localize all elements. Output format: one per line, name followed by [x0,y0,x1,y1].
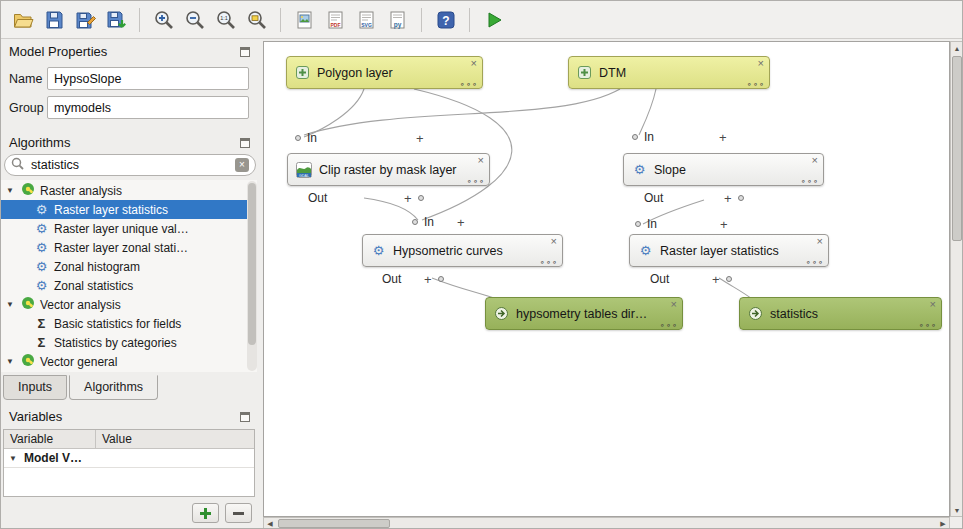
open-model-button[interactable] [7,5,38,35]
export-as-svg-button[interactable]: SVG [351,5,382,35]
zoom-out-button[interactable] [179,5,210,35]
node-output-statistics[interactable]: statistics × ∘∘∘ [739,297,942,330]
edit-comment-icon[interactable]: ∘∘∘ [747,79,765,89]
tree-item-raster-layer-statistics[interactable]: ⚙ Raster layer statistics [1,200,247,219]
clip-in-add[interactable]: + [416,131,424,145]
zoom-full-button[interactable] [241,5,272,35]
tab-inputs[interactable]: Inputs [3,375,67,400]
float-panel-button[interactable] [240,412,250,422]
search-input[interactable] [29,157,230,173]
slope-in-port[interactable]: In [632,130,654,144]
tree-item-basic-statistics-for-fields[interactable]: Σ Basic statistics for fields [1,314,247,333]
model-variables-row[interactable]: ▼ Model V… [4,449,254,468]
run-model-button[interactable] [478,5,509,35]
tree-scrollbar-thumb[interactable] [248,183,256,345]
tree-item-statistics-by-categories[interactable]: Σ Statistics by categories [1,333,247,352]
tree-item-raster-layer-unique-values[interactable]: ⚙ Raster layer unique val… [1,219,247,238]
float-panel-button[interactable] [240,138,250,148]
delete-component-icon[interactable]: × [671,298,677,310]
edit-comment-icon[interactable]: ∘∘∘ [460,79,478,89]
vertical-scrollbar-thumb[interactable] [952,56,962,241]
collapse-arrow-icon[interactable]: ▼ [6,300,16,309]
save-model-button[interactable] [38,5,69,35]
delete-component-icon[interactable]: × [478,154,484,166]
tree-scrollbar[interactable] [247,181,257,371]
rls-out-port[interactable]: Out [650,272,669,286]
scroll-left-icon[interactable]: ◀ [264,518,276,529]
delete-component-icon[interactable]: × [471,57,477,69]
clear-search-icon[interactable]: × [235,158,249,172]
export-as-python-button[interactable]: py [382,5,413,35]
hypso-in-add[interactable]: + [457,215,465,229]
export-as-image-button[interactable] [289,5,320,35]
scroll-right-icon[interactable]: ▶ [937,518,949,529]
scroll-up-icon[interactable]: ▲ [951,42,963,54]
model-group-input[interactable] [47,96,249,119]
zoom-in-button[interactable] [148,5,179,35]
hypso-out-port[interactable]: Out [382,272,401,286]
node-raster-layer-statistics[interactable]: ⚙ Raster layer statistics × ∘∘∘ [629,234,829,267]
zoom-actual-button[interactable]: 1:1 [210,5,241,35]
rls-out-add[interactable]: + [712,272,732,286]
collapse-arrow-icon[interactable]: ▼ [9,454,19,463]
node-dtm[interactable]: DTM × ∘∘∘ [568,56,770,89]
collapse-arrow-icon[interactable]: ▼ [6,357,16,366]
delete-component-icon[interactable]: × [930,298,936,310]
tree-item-zonal-statistics[interactable]: ⚙ Zonal statistics [1,276,247,295]
edit-comment-icon[interactable]: ∘∘∘ [801,176,819,186]
edit-comment-icon[interactable]: ∘∘∘ [467,176,485,186]
tab-algorithms[interactable]: Algorithms [69,375,158,400]
rls-in-add[interactable]: + [720,217,728,231]
float-panel-button[interactable] [240,47,250,57]
socket-icon[interactable] [412,219,418,225]
socket-icon[interactable] [418,195,424,201]
slope-out-port[interactable]: Out [644,191,663,205]
node-hypsometric-curves[interactable]: ⚙ Hypsometric curves × ∘∘∘ [362,234,563,267]
scroll-down-icon[interactable]: ▼ [951,504,963,516]
delete-component-icon[interactable]: × [817,235,823,247]
node-polygon-layer[interactable]: Polygon layer × ∘∘∘ [286,56,483,89]
save-model-as-button[interactable] [69,5,100,35]
collapse-arrow-icon[interactable]: ▼ [6,186,16,195]
delete-component-icon[interactable]: × [551,235,557,247]
socket-icon[interactable] [738,195,744,201]
edit-comment-icon[interactable]: ∘∘∘ [806,257,824,267]
edit-comment-icon[interactable]: ∘∘∘ [919,320,937,330]
horizontal-scrollbar-thumb[interactable] [278,519,390,528]
tree-item-zonal-histogram[interactable]: ⚙ Zonal histogram [1,257,247,276]
save-model-in-project-button[interactable] [100,5,131,35]
hypso-in-port[interactable]: In [412,215,434,229]
node-slope[interactable]: ⚙ Slope × ∘∘∘ [623,153,824,186]
node-output-hypsometry-tables[interactable]: hypsometry tables dir… × ∘∘∘ [485,297,683,330]
tree-group-vector-analysis[interactable]: ▼ Vector analysis [1,295,247,314]
socket-icon[interactable] [726,276,732,282]
model-properties-title: Model Properties [9,44,107,59]
model-canvas[interactable]: Polygon layer × ∘∘∘ DTM × ∘∘∘ In + GDAL … [263,41,950,517]
slope-in-add[interactable]: + [719,130,727,144]
tree-group-raster-analysis[interactable]: ▼ Raster analysis [1,181,247,200]
clip-in-port[interactable]: In [295,131,317,145]
socket-icon[interactable] [635,221,641,227]
slope-out-add[interactable]: + [724,191,744,205]
node-clip-raster-by-mask-layer[interactable]: GDAL Clip raster by mask layer × ∘∘∘ [287,153,490,186]
edit-model-help-button[interactable]: ? [430,5,461,35]
tree-group-vector-general[interactable]: ▼ Vector general [1,352,247,371]
hypso-out-add[interactable]: + [424,272,444,286]
delete-component-icon[interactable]: × [758,57,764,69]
remove-variable-button[interactable] [225,503,252,523]
add-variable-button[interactable] [192,503,219,523]
socket-icon[interactable] [438,276,444,282]
clip-out-port[interactable]: Out [308,191,327,205]
socket-icon[interactable] [632,134,638,140]
clip-out-add[interactable]: + [404,191,424,205]
socket-icon[interactable] [295,135,301,141]
delete-component-icon[interactable]: × [812,154,818,166]
edit-comment-icon[interactable]: ∘∘∘ [660,320,678,330]
edit-comment-icon[interactable]: ∘∘∘ [540,257,558,267]
canvas-horizontal-scrollbar[interactable]: ◀ ▶ [263,517,950,529]
export-as-pdf-button[interactable]: PDF [320,5,351,35]
canvas-vertical-scrollbar[interactable]: ▲ ▼ [950,41,963,517]
rls-in-port[interactable]: In [635,217,657,231]
tree-item-raster-layer-zonal-statistics[interactable]: ⚙ Raster layer zonal stati… [1,238,247,257]
model-name-input[interactable] [47,67,249,90]
